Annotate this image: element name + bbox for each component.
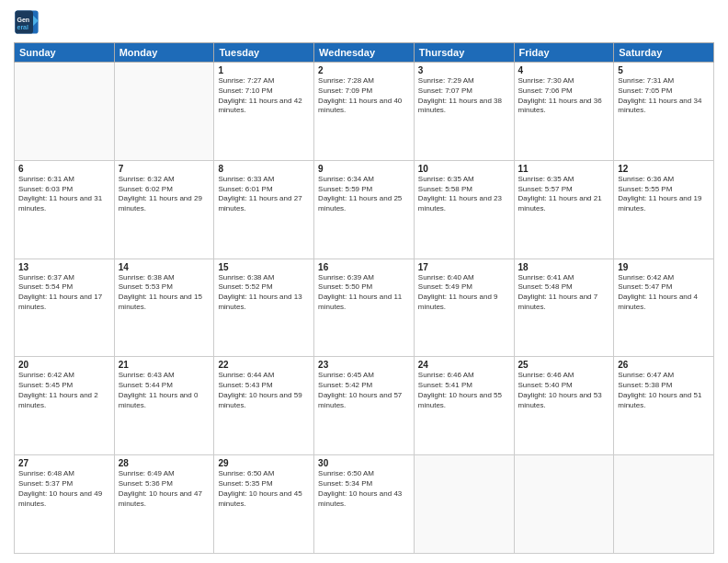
calendar-cell: 16Sunrise: 6:39 AM Sunset: 5:50 PM Dayli… [314,259,415,357]
calendar-cell: 29Sunrise: 6:50 AM Sunset: 5:35 PM Dayli… [214,455,314,554]
day-number: 11 [518,164,610,174]
calendar-cell: 25Sunrise: 6:46 AM Sunset: 5:40 PM Dayli… [514,357,614,455]
column-header-monday: Monday [114,43,214,63]
calendar-cell: 8Sunrise: 6:33 AM Sunset: 6:01 PM Daylig… [214,160,314,259]
day-number: 8 [218,164,310,174]
calendar-cell: 24Sunrise: 6:46 AM Sunset: 5:41 PM Dayli… [414,357,514,455]
calendar-cell: 5Sunrise: 7:31 AM Sunset: 7:05 PM Daylig… [614,63,714,161]
day-number: 6 [18,164,110,174]
day-number: 2 [318,65,410,75]
day-number: 7 [119,164,210,174]
day-number: 14 [119,262,210,272]
day-info: Sunrise: 7:31 AM Sunset: 7:05 PM Dayligh… [618,76,710,116]
calendar-cell [614,455,714,554]
calendar-table: SundayMondayTuesdayWednesdayThursdayFrid… [14,42,714,554]
day-number: 15 [218,262,310,272]
column-header-saturday: Saturday [614,43,714,63]
day-info: Sunrise: 6:38 AM Sunset: 5:53 PM Dayligh… [119,273,210,313]
day-number: 10 [418,164,510,174]
day-number: 21 [119,360,210,370]
calendar-cell: 20Sunrise: 6:42 AM Sunset: 5:45 PM Dayli… [15,357,115,455]
day-number: 23 [318,360,410,370]
column-header-friday: Friday [514,43,614,63]
day-info: Sunrise: 6:43 AM Sunset: 5:44 PM Dayligh… [119,371,210,410]
calendar-cell: 18Sunrise: 6:41 AM Sunset: 5:48 PM Dayli… [514,259,614,357]
calendar-cell: 19Sunrise: 6:42 AM Sunset: 5:47 PM Dayli… [614,259,714,357]
day-number: 28 [119,458,210,468]
calendar-cell: 22Sunrise: 6:44 AM Sunset: 5:43 PM Dayli… [214,357,314,455]
calendar-cell: 21Sunrise: 6:43 AM Sunset: 5:44 PM Dayli… [114,357,214,455]
header: Gen eral [14,9,714,35]
day-number: 9 [318,164,410,174]
calendar-cell: 10Sunrise: 6:35 AM Sunset: 5:58 PM Dayli… [414,160,514,259]
day-number: 26 [618,360,710,370]
day-info: Sunrise: 7:28 AM Sunset: 7:09 PM Dayligh… [318,76,410,116]
day-info: Sunrise: 6:34 AM Sunset: 5:59 PM Dayligh… [318,175,410,214]
calendar-cell [514,455,614,554]
calendar-cell: 3Sunrise: 7:29 AM Sunset: 7:07 PM Daylig… [414,63,514,161]
day-info: Sunrise: 6:36 AM Sunset: 5:55 PM Dayligh… [618,175,710,214]
day-number: 1 [218,65,310,75]
calendar-cell: 1Sunrise: 7:27 AM Sunset: 7:10 PM Daylig… [214,63,314,161]
calendar-header-row: SundayMondayTuesdayWednesdayThursdayFrid… [15,43,714,63]
day-info: Sunrise: 6:31 AM Sunset: 6:03 PM Dayligh… [18,175,110,214]
calendar-cell: 11Sunrise: 6:35 AM Sunset: 5:57 PM Dayli… [514,160,614,259]
page: Gen eral SundayMondayTuesdayWednesdayThu… [0,0,728,563]
day-info: Sunrise: 6:38 AM Sunset: 5:52 PM Dayligh… [218,273,310,313]
column-header-wednesday: Wednesday [314,43,415,63]
svg-text:eral: eral [17,24,29,30]
day-number: 22 [218,360,310,370]
calendar-cell: 6Sunrise: 6:31 AM Sunset: 6:03 PM Daylig… [15,160,115,259]
day-info: Sunrise: 6:50 AM Sunset: 5:34 PM Dayligh… [318,469,410,509]
week-row-3: 20Sunrise: 6:42 AM Sunset: 5:45 PM Dayli… [15,357,714,455]
day-info: Sunrise: 6:47 AM Sunset: 5:38 PM Dayligh… [618,371,710,410]
calendar-cell [114,63,214,161]
day-info: Sunrise: 6:42 AM Sunset: 5:45 PM Dayligh… [18,371,110,410]
day-number: 18 [518,262,610,272]
day-info: Sunrise: 6:50 AM Sunset: 5:35 PM Dayligh… [218,469,310,509]
day-info: Sunrise: 7:27 AM Sunset: 7:10 PM Dayligh… [218,76,310,116]
day-number: 12 [618,164,710,174]
day-number: 5 [618,65,710,75]
column-header-thursday: Thursday [414,43,514,63]
logo-icon: Gen eral [14,9,40,35]
day-info: Sunrise: 6:33 AM Sunset: 6:01 PM Dayligh… [218,175,310,214]
svg-text:Gen: Gen [17,17,30,23]
day-number: 20 [18,360,110,370]
day-info: Sunrise: 6:41 AM Sunset: 5:48 PM Dayligh… [518,273,610,313]
day-number: 16 [318,262,410,272]
day-info: Sunrise: 6:44 AM Sunset: 5:43 PM Dayligh… [218,371,310,410]
day-info: Sunrise: 7:29 AM Sunset: 7:07 PM Dayligh… [418,76,510,116]
day-info: Sunrise: 6:35 AM Sunset: 5:58 PM Dayligh… [418,175,510,214]
day-info: Sunrise: 6:35 AM Sunset: 5:57 PM Dayligh… [518,175,610,214]
week-row-0: 1Sunrise: 7:27 AM Sunset: 7:10 PM Daylig… [15,63,714,161]
calendar-cell: 2Sunrise: 7:28 AM Sunset: 7:09 PM Daylig… [314,63,415,161]
day-info: Sunrise: 6:46 AM Sunset: 5:41 PM Dayligh… [418,371,510,410]
day-number: 4 [518,65,610,75]
column-header-tuesday: Tuesday [214,43,314,63]
calendar-cell: 14Sunrise: 6:38 AM Sunset: 5:53 PM Dayli… [114,259,214,357]
calendar-cell: 30Sunrise: 6:50 AM Sunset: 5:34 PM Dayli… [314,455,415,554]
day-number: 30 [318,458,410,468]
week-row-1: 6Sunrise: 6:31 AM Sunset: 6:03 PM Daylig… [15,160,714,259]
calendar-cell: 7Sunrise: 6:32 AM Sunset: 6:02 PM Daylig… [114,160,214,259]
day-number: 24 [418,360,510,370]
calendar-cell: 15Sunrise: 6:38 AM Sunset: 5:52 PM Dayli… [214,259,314,357]
day-info: Sunrise: 6:37 AM Sunset: 5:54 PM Dayligh… [18,273,110,313]
day-info: Sunrise: 7:30 AM Sunset: 7:06 PM Dayligh… [518,76,610,116]
calendar-cell: 27Sunrise: 6:48 AM Sunset: 5:37 PM Dayli… [15,455,115,554]
calendar-cell: 13Sunrise: 6:37 AM Sunset: 5:54 PM Dayli… [15,259,115,357]
day-number: 19 [618,262,710,272]
week-row-2: 13Sunrise: 6:37 AM Sunset: 5:54 PM Dayli… [15,259,714,357]
day-info: Sunrise: 6:49 AM Sunset: 5:36 PM Dayligh… [119,469,210,509]
calendar-cell: 4Sunrise: 7:30 AM Sunset: 7:06 PM Daylig… [514,63,614,161]
day-info: Sunrise: 6:32 AM Sunset: 6:02 PM Dayligh… [119,175,210,214]
day-number: 3 [418,65,510,75]
day-number: 29 [218,458,310,468]
day-info: Sunrise: 6:46 AM Sunset: 5:40 PM Dayligh… [518,371,610,410]
calendar-cell: 12Sunrise: 6:36 AM Sunset: 5:55 PM Dayli… [614,160,714,259]
calendar-cell [414,455,514,554]
calendar-cell: 26Sunrise: 6:47 AM Sunset: 5:38 PM Dayli… [614,357,714,455]
calendar-cell: 23Sunrise: 6:45 AM Sunset: 5:42 PM Dayli… [314,357,415,455]
calendar-cell: 17Sunrise: 6:40 AM Sunset: 5:49 PM Dayli… [414,259,514,357]
